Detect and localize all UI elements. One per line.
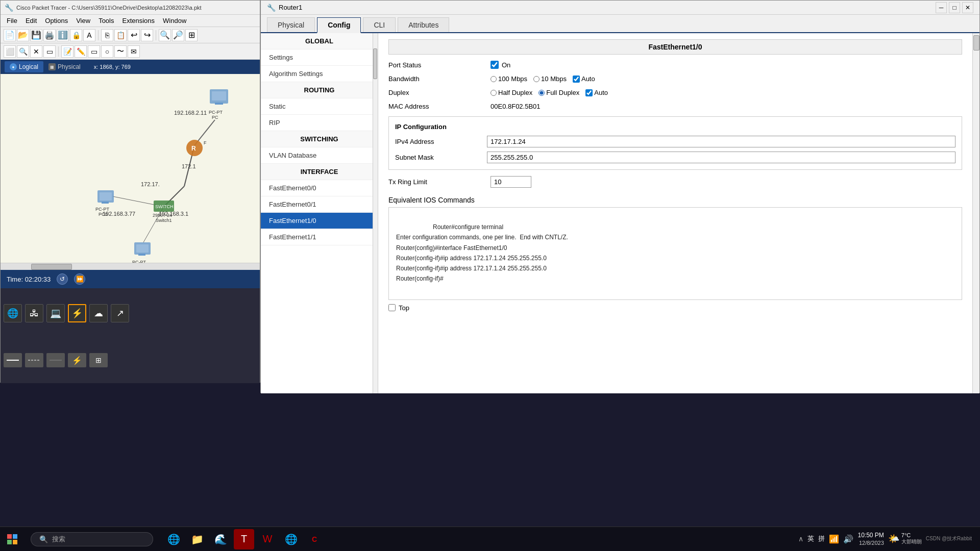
bandwidth-10-radio[interactable] [533, 76, 540, 82]
tool-info[interactable]: ℹ️ [57, 29, 69, 41]
nav-rip[interactable]: RIP [261, 115, 378, 131]
nav-vlan-database[interactable]: VLAN Database [261, 147, 378, 164]
h-scrollbar[interactable] [1, 263, 260, 270]
tool-lock[interactable]: 🔒 [70, 29, 82, 41]
nav-scrollbar[interactable] [373, 33, 378, 393]
tool-email[interactable]: ✉ [128, 45, 140, 58]
tool-new[interactable]: 📄 [4, 29, 16, 41]
tab-attributes[interactable]: Attributes [398, 17, 449, 32]
duplex-full-radio[interactable] [538, 90, 545, 96]
clock-display[interactable]: 10:50 PM 12/8/2023 [857, 532, 884, 547]
palette-line1[interactable] [4, 353, 22, 367]
nav-fe00[interactable]: FastEthernet0/0 [261, 180, 378, 196]
tool-rect-select[interactable]: ▭ [43, 45, 56, 58]
palette-router[interactable]: 🌐 [4, 304, 22, 322]
tool-paste[interactable]: 📋 [114, 29, 127, 41]
bandwidth-100-radio[interactable] [491, 76, 497, 82]
tool-zoom-out[interactable]: 🔎 [172, 29, 184, 41]
palette-switch[interactable]: 🖧 [25, 304, 43, 322]
tool-fit[interactable]: ⊞ [185, 29, 198, 41]
tab-physical[interactable]: Physical [267, 17, 315, 32]
logical-tab[interactable]: ● Logical [5, 61, 43, 72]
tool-font[interactable]: A [83, 29, 95, 41]
tool-save[interactable]: 💾 [30, 29, 42, 41]
taskbar-edge-icon[interactable]: 🌊 [210, 529, 231, 549]
taskbar-file-icon[interactable]: 📁 [187, 529, 207, 549]
tool-pencil[interactable]: ✏️ [75, 45, 87, 58]
tool-freehand[interactable]: 〜 [114, 45, 127, 58]
duplex-auto-checkbox[interactable] [585, 89, 593, 96]
tool-undo[interactable]: ↩ [128, 29, 140, 41]
tool-open[interactable]: 📂 [17, 29, 29, 41]
tool-search[interactable]: 🔍 [17, 45, 29, 58]
top-checkbox[interactable] [388, 304, 396, 311]
bandwidth-auto-label[interactable]: Auto [573, 75, 595, 83]
menu-view[interactable]: View [72, 16, 94, 26]
fast-forward-btn[interactable]: ⏩ [74, 273, 85, 285]
start-button[interactable] [0, 527, 24, 552]
menu-tools[interactable]: Tools [94, 16, 118, 26]
palette-line2[interactable] [25, 353, 43, 367]
menu-extensions[interactable]: Extensions [118, 16, 159, 26]
taskbar-chrome-icon[interactable]: 🌐 [281, 529, 301, 549]
nav-static[interactable]: Static [261, 98, 378, 115]
tab-config[interactable]: Config [317, 17, 361, 33]
bandwidth-auto-checkbox[interactable] [573, 76, 580, 83]
volume-icon[interactable]: 🔊 [843, 534, 853, 544]
svg-text:192.168.3.1: 192.168.3.1 [159, 211, 188, 217]
tool-copy[interactable]: ⎘ [101, 29, 113, 41]
tab-cli[interactable]: CLI [363, 17, 396, 32]
menu-edit[interactable]: Edit [21, 16, 41, 26]
tool-rect[interactable]: ▭ [88, 45, 100, 58]
tx-input[interactable] [491, 176, 531, 188]
weather-display[interactable]: 🌤️ 7°C 大部晴朗 [888, 532, 922, 545]
duplex-half-radio[interactable] [491, 90, 497, 96]
tool-ellipse[interactable]: ○ [101, 45, 113, 58]
maximize-button[interactable]: □ [949, 2, 960, 13]
nav-settings[interactable]: Settings [261, 49, 378, 66]
tool-select[interactable]: ⬜ [4, 45, 16, 58]
ipv4-input[interactable] [487, 136, 955, 147]
tool-print[interactable]: 🖨️ [43, 29, 56, 41]
port-status-checkbox[interactable] [491, 61, 499, 69]
physical-tab[interactable]: ▦ Physical [43, 61, 86, 72]
tool-zoom-in[interactable]: 🔍 [159, 29, 171, 41]
subnet-input[interactable] [487, 152, 955, 163]
tray-lang-en[interactable]: 英 [807, 534, 814, 543]
bandwidth-100-label[interactable]: 100 Mbps [491, 75, 527, 83]
palette-line3[interactable] [46, 353, 65, 367]
taskbar-text-icon[interactable]: T [234, 529, 254, 549]
menu-options[interactable]: Options [41, 16, 72, 26]
palette-grid[interactable]: ⊞ [89, 353, 108, 367]
nav-fe01[interactable]: FastEthernet0/1 [261, 196, 378, 213]
palette-connect[interactable]: ↗ [111, 304, 129, 322]
menu-file[interactable]: File [3, 16, 21, 26]
duplex-full-label[interactable]: Full Duplex [538, 89, 579, 96]
tool-note[interactable]: 📝 [61, 45, 74, 58]
taskbar-network-icon[interactable]: 🌐 [163, 529, 184, 549]
tool-x[interactable]: ✕ [30, 45, 42, 58]
search-box[interactable]: 🔍 搜索 [31, 532, 153, 546]
menu-window[interactable]: Window [159, 16, 190, 26]
svg-text:172.17.: 172.17. [141, 181, 160, 187]
duplex-half-label[interactable]: Half Duplex [491, 89, 532, 96]
palette-lightning2[interactable]: ⚡ [68, 353, 86, 367]
nav-fe10[interactable]: FastEthernet1/0 [261, 213, 378, 229]
right-scrollbar[interactable] [972, 33, 979, 393]
nav-algorithm-settings[interactable]: Algorithm Settings [261, 66, 378, 82]
nav-fe11[interactable]: FastEthernet1/1 [261, 229, 378, 245]
palette-cloud[interactable]: ☁ [89, 304, 108, 322]
reset-btn[interactable]: ↺ [57, 273, 68, 285]
palette-pc[interactable]: 💻 [46, 304, 65, 322]
tray-lang-cn[interactable]: 拼 [818, 534, 825, 543]
duplex-auto-label[interactable]: Auto [585, 89, 608, 96]
palette-lightning[interactable]: ⚡ [68, 304, 86, 322]
close-button[interactable]: ✕ [962, 2, 973, 13]
minimize-button[interactable]: ─ [936, 2, 947, 13]
bandwidth-10-label[interactable]: 10 Mbps [533, 75, 567, 83]
taskbar-wps-icon[interactable]: W [257, 529, 278, 549]
tool-redo[interactable]: ↪ [141, 29, 153, 41]
taskbar-csdn-icon[interactable]: C [304, 529, 325, 549]
wifi-icon[interactable]: 📶 [829, 534, 839, 544]
tray-up-arrow[interactable]: ∧ [798, 535, 803, 543]
